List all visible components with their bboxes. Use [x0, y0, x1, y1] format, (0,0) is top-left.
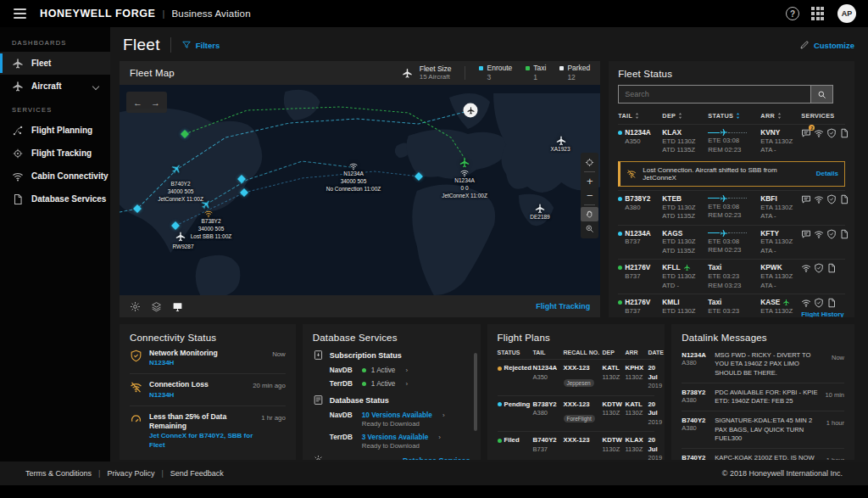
- tail-link[interactable]: N1234H: [149, 390, 246, 400]
- zoom-in-button[interactable]: +: [581, 174, 598, 188]
- shield-icon[interactable]: [826, 128, 837, 138]
- provider-badge: Jeppesen: [564, 379, 594, 387]
- chevron-right-icon: ›: [438, 434, 441, 441]
- tail-link[interactable]: N1234H: [149, 358, 265, 367]
- sidebar-item-aircraft[interactable]: Aircraft: [0, 75, 110, 98]
- privacy-link[interactable]: Privacy Policy: [107, 469, 154, 478]
- scrollbar[interactable]: [474, 353, 477, 431]
- shield-icon[interactable]: [826, 194, 837, 204]
- datalink-message-row[interactable]: N1234AA380 MSG FWD - RICKY - DIVERT TO Y…: [682, 346, 844, 383]
- datalink-message-row[interactable]: B740Y2A380 SIGNATURE-KDAL:ETA 45 MIN 2 P…: [682, 411, 844, 449]
- apps-grid-icon[interactable]: [811, 7, 826, 21]
- wifi-icon[interactable]: [814, 128, 824, 138]
- fleet-status-row[interactable]: H2176VB737 KMLIETD 1130ZATD - TaxiETE 03…: [618, 294, 845, 317]
- wifi-icon[interactable]: [814, 229, 824, 239]
- aircraft-marker[interactable]: [459, 158, 470, 169]
- database-services-link[interactable]: Database Services: [403, 456, 470, 461]
- wifi-icon[interactable]: [801, 263, 811, 273]
- flight-plans-title: Flight Plans: [498, 333, 655, 343]
- search-button[interactable]: [811, 85, 833, 104]
- column-tail[interactable]: TAIL: [533, 350, 564, 355]
- chat-icon[interactable]: 2: [801, 128, 811, 138]
- sidebar-item-cabin-connectivity[interactable]: Cabin Connectivity: [0, 165, 110, 187]
- connectivity-item[interactable]: Less than 25% of Data RemainingJet Conne…: [130, 406, 286, 456]
- map-display-icon[interactable]: [172, 301, 183, 312]
- file-icon[interactable]: [826, 298, 837, 308]
- sidebar-item-flight-tracking[interactable]: Flight Tracking: [0, 142, 110, 165]
- chat-icon[interactable]: [801, 229, 811, 239]
- column-status[interactable]: STATUS: [498, 350, 533, 355]
- customize-button[interactable]: Customize: [799, 40, 854, 50]
- back-arrow-icon[interactable]: ←: [133, 98, 142, 108]
- file-icon[interactable]: [839, 229, 849, 239]
- menu-icon[interactable]: [14, 8, 26, 19]
- shield-icon[interactable]: [814, 298, 824, 308]
- fleet-status-row[interactable]: N1234AB737 KAGSETD 1130ZATD 1135Z ETE 03…: [618, 225, 845, 260]
- send-feedback-link[interactable]: Send Feedback: [170, 469, 224, 478]
- versions-link[interactable]: 3 Versions Available: [362, 434, 429, 441]
- column-recall-no-[interactable]: RECALL NO.: [564, 350, 603, 355]
- map-settings-gear-icon[interactable]: [130, 301, 141, 312]
- datalink-message-row[interactable]: B740Y2A380 KAPC-KOAK 2100Z ETD, IS NOW A…: [682, 449, 844, 460]
- column-dep[interactable]: DEP: [603, 350, 626, 355]
- column-tail[interactable]: TAIL: [618, 112, 662, 120]
- aircraft-marker[interactable]: [175, 232, 186, 243]
- shield-icon[interactable]: [826, 229, 837, 239]
- versions-link[interactable]: 10 Versions Available: [362, 411, 432, 419]
- sidebar-item-flight-planning[interactable]: Flight Planning: [0, 119, 110, 142]
- shield-icon[interactable]: [814, 263, 824, 273]
- flight-history-link[interactable]: Flight History: [801, 311, 845, 317]
- column-date[interactable]: DATE: [648, 350, 665, 355]
- flight-tracking-link[interactable]: Flight Tracking: [536, 302, 590, 311]
- datalink-message-row[interactable]: B738Y2A380 PDC AVAILABLE FOR: KPBI - KPI…: [682, 383, 844, 412]
- datalink-messages-panel: Datalink Messages N1234AA380 MSG FWD - R…: [671, 324, 854, 460]
- sidebar-item-fleet[interactable]: Fleet: [0, 52, 110, 75]
- column-services[interactable]: SERVICES: [801, 112, 845, 120]
- filters-button[interactable]: Filters: [181, 40, 220, 50]
- fleet-status-row[interactable]: N1234AA350 KLAXETD 1130ZATD 1135Z ETE 03…: [618, 124, 845, 159]
- file-icon[interactable]: [826, 263, 837, 273]
- connectivity-item[interactable]: Network MonitoringN1234H Now: [130, 343, 286, 374]
- fleet-status-row[interactable]: H2176VB737 KFLLETD 1130ZATD - TaxiETE 03…: [618, 259, 845, 294]
- forward-arrow-icon[interactable]: →: [151, 98, 160, 108]
- connectivity-icon: [204, 210, 214, 219]
- chat-icon[interactable]: [801, 194, 811, 204]
- db-row[interactable]: NavDB 10 Versions Available ›: [330, 411, 470, 419]
- avatar[interactable]: AP: [837, 4, 856, 23]
- flight-plan-row[interactable]: Filed B740Y2B737 XXX-123 KDTW1130Z KLAX1…: [498, 431, 655, 460]
- zoom-out-button[interactable]: −: [581, 188, 598, 203]
- aircraft-marker[interactable]: [535, 204, 546, 215]
- help-icon[interactable]: ?: [786, 7, 799, 20]
- file-icon[interactable]: [839, 194, 849, 204]
- db-row[interactable]: TerrDB 1 Active ›: [330, 380, 470, 388]
- terms-link[interactable]: Terms & Conditions: [25, 469, 92, 478]
- flight-plan-row[interactable]: Rejected N1234AA350 XXX-123Jeppesen KATL…: [498, 359, 655, 395]
- fleet-status-row[interactable]: B738Y2A380 KTEBETD 1130ZATD 1135Z ETE 03…: [618, 190, 845, 225]
- search-input[interactable]: [618, 85, 811, 104]
- database-gear-icon[interactable]: [313, 455, 324, 460]
- flight-plan-row[interactable]: Pending B738Y2A380 XXX-123ForeFlight KDT…: [498, 395, 655, 432]
- locate-icon[interactable]: [581, 155, 598, 170]
- sidebar-item-database-services[interactable]: Database Services: [0, 187, 110, 210]
- column-status[interactable]: STATUS: [708, 112, 760, 120]
- aircraft-cluster-marker[interactable]: [464, 104, 478, 118]
- wifi-icon[interactable]: [801, 298, 811, 308]
- db-row[interactable]: NavDB 1 Active ›: [330, 367, 470, 374]
- column-dep[interactable]: DEP: [662, 112, 708, 120]
- magnify-icon[interactable]: [581, 221, 598, 236]
- map-layers-icon[interactable]: [151, 301, 162, 312]
- column-arr[interactable]: ARR: [626, 350, 648, 355]
- db-row[interactable]: TerrDB 3 Versions Available ›: [330, 434, 470, 441]
- divider: [465, 66, 465, 80]
- map-history-controls[interactable]: ← →: [126, 92, 167, 113]
- connectivity-item[interactable]: Connection LossN1234H 20 min ago: [130, 374, 286, 406]
- fleet-map[interactable]: ← → B740Y234000 505JetConneX 11:00ZB738Y…: [120, 85, 600, 295]
- aircraft-marker[interactable]: [556, 136, 567, 147]
- pan-hand-icon[interactable]: [581, 207, 598, 221]
- timestamp: Now: [272, 350, 286, 358]
- column-arr[interactable]: ARR: [760, 112, 801, 120]
- tail-link[interactable]: Jet ConneX for B740Y2, SBB for Fleet: [149, 431, 254, 450]
- wifi-icon[interactable]: [814, 194, 824, 204]
- file-icon[interactable]: [839, 128, 849, 138]
- details-link[interactable]: Details: [816, 170, 838, 177]
